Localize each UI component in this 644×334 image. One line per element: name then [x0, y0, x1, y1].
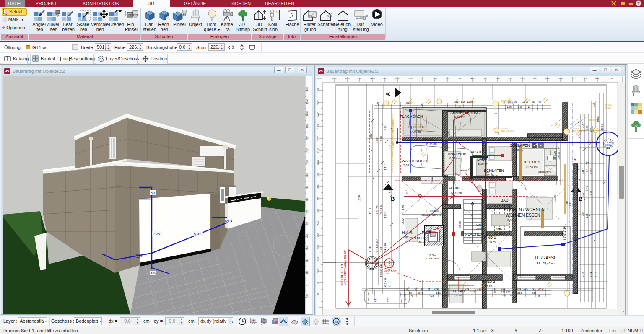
- svg-text:500: 500: [306, 222, 309, 225]
- svg-text:6.85⁵: 6.85⁵: [370, 132, 372, 139]
- svg-text:2.24: 2.24: [590, 272, 592, 277]
- svg-text:200: 200: [306, 258, 309, 262]
- svg-text:4.40 m²: 4.40 m²: [574, 233, 576, 241]
- svg-text:ABSTELLRAUM: ABSTELLRAUM: [450, 111, 478, 115]
- svg-text:12,89 m²: 12,89 m²: [485, 241, 496, 243]
- svg-text:2.26: 2.26: [153, 232, 160, 236]
- svg-text:900: 900: [317, 173, 319, 176]
- svg-text:KELLERABGANG: KELLERABGANG: [421, 214, 441, 216]
- svg-text:DRAINAGE VON GARAGE DIN 300: DRAINAGE VON GARAGE DIN 300: [392, 119, 395, 149]
- svg-text:400: 400: [317, 233, 319, 237]
- svg-text:1.26⁵: 1.26⁵: [384, 212, 387, 218]
- svg-text:600: 600: [496, 77, 499, 80]
- svg-text:16 Stg.: 16 Stg.: [428, 254, 436, 256]
- svg-text:1300: 1300: [306, 124, 309, 128]
- svg-text:0: 0: [317, 282, 319, 283]
- svg-text:LOGGIA: LOGGIA: [563, 225, 567, 240]
- svg-text:ABSTELL: ABSTELL: [470, 150, 487, 154]
- svg-text:1100: 1100: [317, 148, 319, 153]
- svg-text:GARAGE: GARAGE: [423, 137, 439, 141]
- svg-text:75⁹: 75⁹: [420, 287, 423, 290]
- svg-text:KOCHEN / WOHNEN: KOCHEN / WOHNEN: [504, 207, 545, 212]
- svg-text:8.14⁵: 8.14⁵: [369, 246, 371, 252]
- svg-text:4.26: 4.26: [384, 125, 387, 130]
- svg-text:3.02,76⁵: 3.02,76⁵: [376, 205, 378, 214]
- svg-text:1100: 1100: [306, 148, 309, 153]
- svg-text:800: 800: [520, 77, 524, 80]
- svg-text:1000: 1000: [545, 77, 550, 80]
- svg-text:KL.BAD: KL.BAD: [453, 289, 465, 293]
- svg-text:15.00: 15.00: [597, 115, 599, 122]
- svg-text:1400: 1400: [306, 111, 309, 116]
- svg-text:400: 400: [470, 77, 474, 80]
- svg-text:1400: 1400: [317, 112, 319, 117]
- svg-text:-700: -700: [332, 77, 337, 80]
- svg-text:DRAINAGE: DRAINAGE: [501, 128, 511, 130]
- svg-text:WM: WM: [423, 179, 427, 182]
- svg-text:500: 500: [317, 221, 319, 225]
- svg-text:12,55 m²: 12,55 m²: [526, 166, 538, 168]
- svg-text:1.73: 1.73: [388, 188, 391, 193]
- svg-text:3.00: 3.00: [586, 125, 588, 130]
- svg-text:3.26: 3.26: [461, 101, 465, 103]
- svg-text:48: 48: [538, 101, 541, 103]
- svg-text:37: 37: [538, 295, 540, 298]
- svg-text:1.85 62.04³: 1.85 62.04³: [380, 264, 382, 277]
- svg-text:2.07: 2.07: [442, 295, 447, 298]
- svg-text:KOCHEN: KOCHEN: [524, 160, 540, 164]
- svg-text:ANKLEIDE: ANKLEIDE: [448, 152, 467, 156]
- svg-text:1200: 1200: [570, 77, 575, 80]
- svg-text:SPÜLSCHACHT: SPÜLSCHACHT: [501, 102, 515, 105]
- svg-text:3.00: 3.00: [590, 127, 592, 132]
- svg-text:10⁵: 10⁵: [151, 272, 156, 275]
- svg-text:26: 26: [494, 291, 496, 293]
- svg-text:7.97¹: 7.97¹: [388, 261, 391, 267]
- svg-text:3.11⁵: 3.11⁵: [582, 168, 584, 174]
- svg-text:50: 50: [388, 285, 391, 287]
- svg-text:2.26: 2.26: [577, 209, 580, 214]
- svg-text:14,09 m²: 14,09 m²: [410, 130, 422, 133]
- svg-text:14.12: 14.12: [402, 218, 404, 225]
- svg-text:2.26: 2.26: [436, 292, 441, 294]
- svg-text:,46 m²: ,46 m²: [418, 241, 426, 244]
- svg-text:50: 50: [409, 292, 412, 294]
- svg-text:300: 300: [317, 245, 319, 249]
- svg-text:10,87 m²: 10,87 m²: [502, 204, 514, 207]
- svg-text:2.12: 2.12: [582, 272, 584, 277]
- svg-text:1600: 1600: [306, 87, 309, 92]
- svg-text:1.12⁵: 1.12⁵: [384, 164, 387, 170]
- svg-text:1.01: 1.01: [501, 287, 505, 290]
- svg-text:13,28 m²: 13,28 m²: [512, 149, 523, 152]
- svg-text:KIND 2: KIND 2: [483, 280, 495, 284]
- svg-text:0: 0: [306, 285, 309, 286]
- svg-text:6.85⁵: 6.85⁵: [376, 137, 378, 143]
- svg-text:2,00 m³: 2,00 m³: [476, 228, 484, 230]
- svg-text:1000: 1000: [386, 273, 390, 275]
- svg-text:SCHLAFEN: SCHLAFEN: [510, 143, 530, 148]
- svg-text:1100: 1100: [558, 77, 563, 80]
- svg-text:WC: WC: [476, 223, 483, 227]
- svg-text:68.51,76: 68.51,76: [380, 204, 382, 214]
- svg-text:100: 100: [306, 270, 309, 274]
- svg-text:ZISTERNE: ZISTERNE: [605, 142, 614, 144]
- svg-text:3.00⁵: 3.00⁵: [582, 122, 584, 128]
- svg-text:36,36 m²: 36,36 m²: [425, 142, 437, 145]
- svg-text:92⁵: 92⁵: [136, 254, 142, 259]
- svg-text:2.49²: 2.49²: [538, 287, 544, 290]
- svg-text:1.01: 1.01: [465, 287, 469, 290]
- svg-text:700: 700: [317, 197, 319, 200]
- svg-text:2.26: 2.26: [501, 291, 505, 293]
- svg-text:BF =28,46 m²: BF =28,46 m²: [537, 262, 555, 265]
- svg-text:12,33 m²: 12,33 m²: [450, 192, 462, 194]
- svg-text:1.01: 1.01: [442, 287, 447, 290]
- svg-text:8,41 m²: 8,41 m²: [454, 115, 465, 118]
- svg-text:FLACHDACH: FLACHDACH: [400, 114, 423, 119]
- svg-text:H.A.R.: H.A.R.: [402, 230, 413, 235]
- svg-text:8,16 m²: 8,16 m²: [478, 162, 488, 165]
- svg-text:5.14⁵: 5.14⁵: [574, 158, 576, 164]
- svg-text:-500: -500: [357, 77, 362, 80]
- svg-text:12.38: 12.38: [467, 101, 473, 103]
- svg-text:75⁹: 75⁹: [413, 287, 417, 290]
- svg-text:1.01: 1.01: [434, 287, 438, 290]
- svg-text:BAD: BAD: [501, 198, 509, 202]
